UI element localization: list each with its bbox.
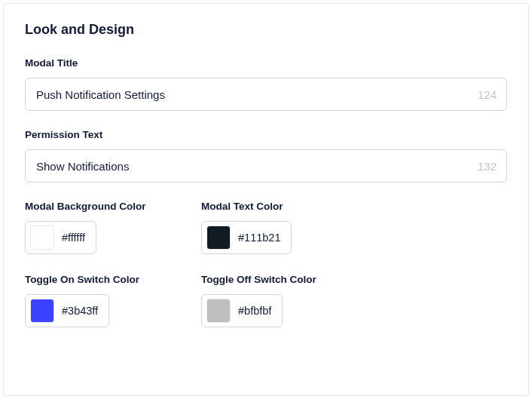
modal-bg-color-picker[interactable]: #ffffff: [25, 221, 96, 254]
modal-bg-color-swatch: [30, 226, 54, 250]
toggle-off-color-picker[interactable]: #bfbfbf: [201, 294, 283, 327]
modal-text-color-picker[interactable]: #111b21: [201, 221, 292, 254]
toggle-on-color-field: Toggle On Switch Color #3b43ff: [25, 274, 176, 327]
toggle-off-color-swatch: [206, 299, 231, 323]
permission-text-label: Permission Text: [25, 129, 507, 140]
modal-text-color-hex: #111b21: [238, 232, 280, 244]
modal-title-label: Modal Title: [25, 57, 507, 69]
toggle-off-color-label: Toggle Off Switch Color: [201, 274, 352, 285]
toggle-off-color-field: Toggle Off Switch Color #bfbfbf: [201, 274, 352, 327]
section-title: Look and Design: [25, 22, 507, 38]
modal-text-color-swatch: [206, 226, 231, 250]
color-row-2: Toggle On Switch Color #3b43ff Toggle Of…: [25, 274, 507, 327]
toggle-on-color-label: Toggle On Switch Color: [25, 274, 176, 285]
modal-bg-color-label: Modal Background Color: [25, 201, 176, 212]
toggle-on-color-picker[interactable]: #3b43ff: [25, 294, 109, 327]
permission-text-field: Permission Text 132: [25, 129, 507, 183]
toggle-on-color-hex: #3b43ff: [62, 305, 98, 317]
modal-title-input[interactable]: [25, 78, 507, 111]
toggle-on-color-swatch: [30, 299, 54, 323]
permission-text-input[interactable]: [25, 149, 507, 183]
modal-text-color-field: Modal Text Color #111b21: [201, 201, 352, 254]
color-row-1: Modal Background Color #ffffff Modal Tex…: [25, 201, 507, 254]
modal-bg-color-hex: #ffffff: [62, 232, 85, 244]
modal-title-input-wrap: 124: [25, 78, 507, 111]
toggle-off-color-hex: #bfbfbf: [238, 305, 271, 317]
look-and-design-panel: Look and Design Modal Title 124 Permissi…: [3, 3, 529, 396]
permission-text-input-wrap: 132: [25, 149, 507, 183]
modal-title-field: Modal Title 124: [25, 57, 507, 111]
modal-text-color-label: Modal Text Color: [201, 201, 352, 212]
modal-bg-color-field: Modal Background Color #ffffff: [25, 201, 176, 254]
